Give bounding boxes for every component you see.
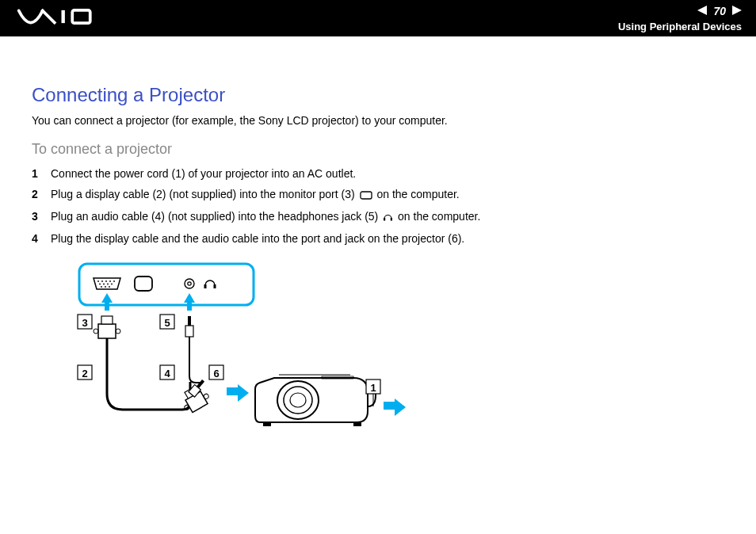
prev-page-arrow[interactable] — [697, 4, 707, 18]
svg-point-14 — [103, 284, 105, 285]
step-number: 4 — [32, 232, 51, 245]
step-item: 2 Plug a display cable (2) (not supplied… — [32, 188, 724, 202]
monitor-port-icon — [360, 189, 372, 202]
step-item: 1 Connect the power cord (1) of your pro… — [32, 167, 724, 180]
step-number: 1 — [32, 167, 51, 180]
step-item: 3 Plug an audio cable (4) (not supplied)… — [32, 210, 724, 224]
connection-diagram: 3 5 2 4 6 — [60, 259, 724, 468]
page-content: Connecting a Projector You can connect a… — [0, 36, 756, 484]
svg-point-11 — [109, 280, 111, 282]
callout-3: 3 — [82, 317, 87, 329]
svg-rect-56 — [384, 402, 395, 410]
svg-rect-53 — [353, 422, 361, 426]
step-item: 4 Plug the display cable and the audio c… — [32, 232, 724, 245]
svg-rect-31 — [98, 324, 116, 338]
subtitle: To connect a projector — [32, 141, 724, 158]
svg-point-50 — [290, 393, 306, 407]
svg-point-17 — [101, 286, 102, 288]
svg-rect-6 — [391, 218, 392, 221]
step-text: Plug an audio cable (4) (not supplied) i… — [51, 210, 724, 224]
svg-rect-5 — [384, 218, 385, 221]
svg-rect-1 — [72, 10, 90, 23]
step-text: Plug a display cable (2) (not supplied) … — [51, 188, 724, 202]
header-bar: 70 Using Peripheral Devices — [0, 0, 756, 36]
svg-rect-28 — [187, 303, 192, 311]
svg-marker-47 — [238, 384, 249, 402]
steps-list: 1 Connect the power cord (1) of your pro… — [32, 167, 724, 245]
callout-2: 2 — [82, 368, 87, 380]
svg-marker-2 — [697, 6, 707, 15]
intro-text: You can connect a projector (for example… — [32, 114, 724, 127]
vaio-logo — [16, 9, 119, 28]
svg-point-15 — [107, 284, 109, 285]
svg-point-8 — [97, 280, 99, 282]
callout-4: 4 — [164, 368, 170, 380]
svg-point-10 — [105, 280, 107, 282]
svg-rect-24 — [214, 284, 216, 288]
svg-point-33 — [116, 329, 120, 334]
page-title: Connecting a Projector — [32, 84, 724, 106]
step-number: 2 — [32, 188, 51, 200]
next-page-arrow[interactable] — [732, 4, 742, 18]
svg-point-16 — [111, 284, 113, 285]
svg-point-19 — [109, 286, 110, 288]
step-text: Connect the power cord (1) of your proje… — [51, 167, 724, 180]
svg-point-32 — [94, 329, 98, 334]
projector-illustration — [255, 375, 376, 426]
section-title: Using Peripheral Devices — [618, 21, 742, 32]
svg-rect-52 — [263, 422, 271, 426]
svg-rect-34 — [101, 316, 113, 324]
svg-point-13 — [99, 284, 101, 285]
svg-rect-46 — [227, 387, 238, 395]
svg-marker-3 — [732, 6, 742, 15]
svg-rect-23 — [204, 284, 207, 288]
callout-1: 1 — [370, 382, 376, 394]
svg-rect-0 — [62, 10, 65, 23]
svg-rect-36 — [185, 326, 193, 337]
svg-point-9 — [101, 280, 103, 282]
headphones-icon — [383, 212, 393, 224]
svg-rect-35 — [188, 316, 191, 326]
svg-rect-26 — [105, 303, 109, 311]
step-text: Plug the display cable and the audio cab… — [51, 232, 724, 245]
svg-point-12 — [113, 280, 115, 282]
svg-point-18 — [105, 286, 106, 288]
callout-5: 5 — [164, 317, 170, 329]
svg-rect-4 — [361, 192, 372, 199]
callout-6: 6 — [213, 368, 219, 380]
page-number: 70 — [713, 5, 726, 17]
svg-marker-57 — [395, 399, 406, 416]
step-number: 3 — [32, 210, 51, 223]
